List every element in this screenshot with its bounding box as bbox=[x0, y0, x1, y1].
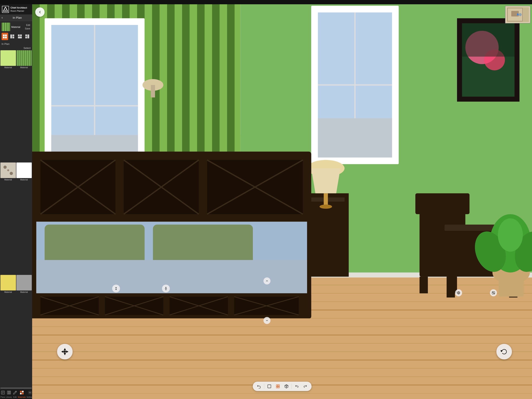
app-header: Chief Architect Room Planner bbox=[0, 4, 32, 14]
icon-btn-full[interactable] bbox=[1, 33, 8, 40]
app-title: Chief Architect Room Planner bbox=[11, 6, 27, 12]
material-cell-2[interactable]: Material bbox=[0, 162, 16, 200]
edit-button[interactable]: Edit bbox=[25, 24, 31, 27]
view-mode-icons bbox=[0, 32, 32, 42]
material-preview-swatch[interactable] bbox=[1, 23, 10, 31]
material-cell-label-3: Material bbox=[20, 179, 28, 181]
svg-rect-9 bbox=[13, 34, 14, 36]
svg-rect-5 bbox=[5, 34, 7, 36]
svg-rect-8 bbox=[10, 34, 12, 38]
edit-save-buttons: Edit Save bbox=[25, 24, 31, 30]
svg-rect-12 bbox=[20, 34, 22, 36]
in-plan-section-label: In Plan bbox=[0, 42, 32, 46]
back-button-3d[interactable] bbox=[35, 7, 44, 17]
material-cell-3[interactable]: Material bbox=[16, 162, 32, 200]
swatch-floral bbox=[0, 162, 16, 178]
svg-rect-68 bbox=[151, 85, 155, 97]
swatch-white bbox=[16, 162, 32, 178]
back-arrow-icon bbox=[38, 10, 42, 14]
sidebar-panel: Chief Architect Room Planner ‹ In Plan M… bbox=[0, 4, 32, 200]
svg-rect-87 bbox=[40, 160, 115, 200]
grid4-icon bbox=[25, 34, 30, 39]
svg-rect-10 bbox=[13, 37, 14, 38]
svg-rect-11 bbox=[18, 34, 20, 36]
svg-rect-13 bbox=[18, 37, 22, 38]
product-name: Room Planner bbox=[11, 10, 27, 12]
svg-rect-16 bbox=[25, 37, 27, 38]
system-status-bar bbox=[0, 0, 266, 4]
scene-svg bbox=[32, 4, 266, 200]
material-cell-label-1: Material bbox=[20, 66, 28, 69]
icon-btn-grid2[interactable] bbox=[9, 33, 16, 40]
swatch-plain-green bbox=[0, 50, 16, 66]
svg-rect-6 bbox=[3, 37, 5, 38]
select-button[interactable]: Select bbox=[24, 46, 31, 50]
svg-rect-7 bbox=[5, 37, 7, 38]
3d-viewport bbox=[32, 4, 266, 200]
svg-rect-14 bbox=[25, 34, 27, 36]
save-button[interactable]: Save bbox=[25, 27, 31, 30]
svg-rect-4 bbox=[3, 34, 5, 36]
logo-icon bbox=[2, 6, 9, 13]
select-row: Select bbox=[0, 46, 32, 50]
icon-btn-grid3[interactable] bbox=[17, 33, 23, 40]
svg-rect-15 bbox=[27, 34, 29, 38]
material-grid: Material Material Material Material Mate… bbox=[0, 50, 32, 200]
svg-rect-93 bbox=[207, 160, 266, 200]
grid3-icon bbox=[18, 34, 22, 39]
material-cell-label-0: Material bbox=[4, 66, 12, 69]
icon-btn-grid4[interactable] bbox=[24, 33, 31, 40]
full-view-icon bbox=[3, 34, 7, 39]
swatch-striped-green bbox=[16, 50, 32, 66]
brand-name: Chief Architect bbox=[11, 6, 27, 10]
material-cell-0[interactable]: Material bbox=[0, 50, 16, 162]
section-title: In Plan bbox=[4, 16, 31, 19]
svg-rect-90 bbox=[124, 160, 199, 200]
grid2-icon bbox=[10, 34, 15, 39]
material-cell-1[interactable]: Material bbox=[16, 50, 32, 162]
app-logo bbox=[2, 6, 9, 13]
material-cell-label-2: Material bbox=[4, 179, 12, 181]
material-row: Material Edit Save bbox=[0, 21, 32, 32]
section-header: ‹ In Plan bbox=[0, 14, 32, 21]
sidebar-back-button[interactable]: ‹ bbox=[1, 16, 3, 20]
material-name-label: Material bbox=[11, 26, 23, 28]
